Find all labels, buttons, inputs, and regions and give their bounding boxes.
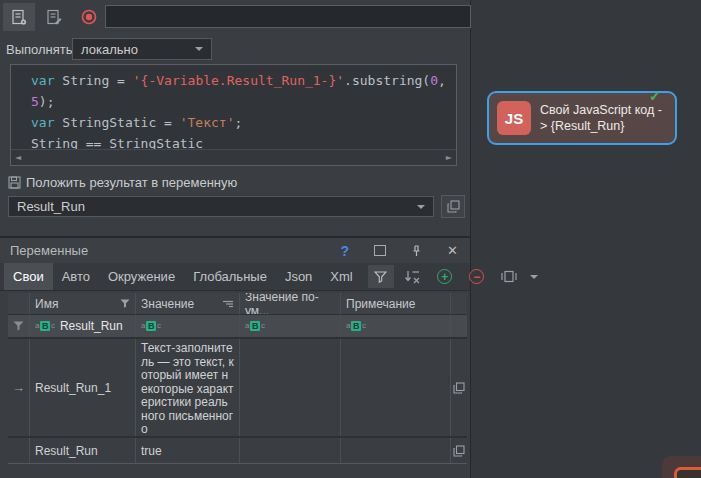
run-mode-value: локально xyxy=(81,42,138,57)
run-mode-label: Выполнять xyxy=(6,42,73,57)
cell-note[interactable] xyxy=(341,438,451,463)
column-header-label: Примечание xyxy=(346,297,415,311)
edit-script-button[interactable] xyxy=(38,3,70,31)
cell-default[interactable] xyxy=(240,339,341,436)
filter-funnel-icon[interactable] xyxy=(120,299,130,308)
code-token: 0 xyxy=(430,73,438,88)
result-variable-dropdown[interactable]: Result_Run xyxy=(8,196,434,217)
filter-note-cell[interactable]: aBc xyxy=(341,315,451,337)
more-tools-icon[interactable] xyxy=(530,275,538,279)
result-variable-value: Result_Run xyxy=(17,199,85,214)
table-row[interactable]: → Result_Run_1 Текст-заполнитель — это т… xyxy=(8,339,467,438)
match-case-icon[interactable]: aBc xyxy=(141,321,161,331)
run-mode-dropdown[interactable]: локально xyxy=(72,38,212,60)
filter-button[interactable] xyxy=(368,265,394,288)
save-result-row: Положить результат в переменную xyxy=(8,175,237,190)
help-icon[interactable]: ? xyxy=(341,243,350,259)
code-line: var StringStatic = 'Текст'; xyxy=(31,112,456,133)
copy-icon xyxy=(453,382,465,394)
variables-title-bar: Переменные ? ✕ xyxy=(0,238,470,263)
record-icon xyxy=(81,9,97,25)
tab-xml[interactable]: Xml xyxy=(321,263,361,290)
app-window: Выполнять локально var String = '{-Varia… xyxy=(0,0,701,478)
partial-node[interactable] xyxy=(662,456,701,478)
variable-name: Result_Run xyxy=(35,444,98,458)
match-case-icon[interactable]: aBc xyxy=(245,321,265,331)
row-gutter: → xyxy=(8,339,30,436)
column-chooser-button[interactable] xyxy=(496,265,522,288)
pin-icon[interactable] xyxy=(411,245,422,257)
save-result-label: Положить результат в переменную xyxy=(26,175,237,190)
code-token: ' xyxy=(336,73,344,88)
cell-value[interactable]: true xyxy=(136,438,240,463)
tab-globalnye[interactable]: Глобальные xyxy=(184,263,276,290)
filter-name-cell[interactable]: aBc Result_Run xyxy=(30,315,136,337)
code-token: ; xyxy=(235,115,243,130)
chevron-down-icon xyxy=(195,47,203,51)
variable-value: true xyxy=(141,444,162,458)
code-token: String = xyxy=(62,73,132,88)
code-token: , xyxy=(438,73,446,88)
tab-avto[interactable]: Авто xyxy=(53,263,99,290)
add-variable-button[interactable]: + xyxy=(432,265,458,288)
variables-table: Имя Значение Значение по-ум... Примечани… xyxy=(8,293,467,464)
column-header-note[interactable]: Примечание xyxy=(341,293,451,314)
row-gutter xyxy=(8,438,30,463)
header-gutter xyxy=(8,293,30,314)
close-icon[interactable]: ✕ xyxy=(447,243,458,258)
copy-icon xyxy=(447,200,460,213)
script-settings-button[interactable] xyxy=(3,3,35,31)
variables-panel-title: Переменные xyxy=(10,243,88,258)
filter-row-gutter xyxy=(8,315,30,337)
toolbar-input[interactable] xyxy=(105,5,471,28)
table-header-row: Имя Значение Значение по-ум... Примечани… xyxy=(8,293,467,315)
copy-variable-button[interactable] xyxy=(441,195,465,218)
match-case-icon[interactable]: aBc xyxy=(35,321,55,331)
code-editor[interactable]: var String = '{-Variable.Result_Run_1-}'… xyxy=(10,64,457,166)
filter-copy-cell xyxy=(451,315,467,337)
code-token: 5 xyxy=(31,94,39,109)
chevron-down-icon xyxy=(417,205,425,209)
tab-svoi[interactable]: Свои xyxy=(4,263,53,290)
cell-value[interactable]: Текст-заполнитель — это текст, который и… xyxy=(136,339,240,436)
code-token: ); xyxy=(39,94,55,109)
sort-icon[interactable] xyxy=(223,300,234,308)
minus-circle-icon: − xyxy=(469,269,484,284)
filter-default-cell[interactable]: aBc xyxy=(240,315,341,337)
code-line: var String = '{-Variable.Result_Run_1-}'… xyxy=(31,70,456,112)
filter-row: aBc Result_Run aBc aBc aBc xyxy=(8,315,467,339)
code-token: var xyxy=(31,115,62,130)
record-button[interactable] xyxy=(73,3,105,31)
filter-funnel-icon xyxy=(13,321,24,331)
document-gear-icon xyxy=(11,9,28,26)
tab-okruzhenie[interactable]: Окружение xyxy=(99,263,184,290)
column-header-value[interactable]: Значение xyxy=(136,293,240,314)
action-editor-panel: Выполнять локально var String = '{-Varia… xyxy=(0,0,471,478)
cell-note[interactable] xyxy=(341,339,451,436)
column-header-default[interactable]: Значение по-ум... xyxy=(240,293,341,314)
scroll-right-icon[interactable]: ► xyxy=(446,147,452,166)
maximize-icon[interactable] xyxy=(374,245,386,256)
match-case-icon[interactable]: aBc xyxy=(346,321,366,331)
cell-default[interactable] xyxy=(240,438,341,463)
remove-variable-button[interactable]: − xyxy=(464,265,490,288)
variable-value: Текст-заполнитель — это текст, который и… xyxy=(141,342,234,436)
scroll-left-icon[interactable]: ◄ xyxy=(15,147,21,166)
cell-name[interactable]: Result_Run xyxy=(30,438,136,463)
column-header-name[interactable]: Имя xyxy=(30,293,136,314)
cell-name[interactable]: Result_Run_1 xyxy=(30,339,136,436)
column-header-label: Значение по-ум... xyxy=(245,293,335,314)
clear-sort-button[interactable] xyxy=(400,265,426,288)
table-row[interactable]: Result_Run true xyxy=(8,438,467,464)
document-pencil-icon xyxy=(46,9,63,26)
filter-value-cell[interactable]: aBc xyxy=(136,315,240,337)
js-node-title: Свой JavaScript код -> {Result_Run} xyxy=(540,102,667,134)
tab-json[interactable]: Json xyxy=(276,263,321,290)
horizontal-scrollbar[interactable]: ◄ ► xyxy=(11,149,456,165)
row-copy-button[interactable] xyxy=(451,339,467,436)
variable-name: Result_Run_1 xyxy=(35,381,111,395)
copy-icon xyxy=(453,445,465,457)
column-header-label: Имя xyxy=(35,297,58,311)
code-token: .substring( xyxy=(344,73,430,88)
row-copy-button[interactable] xyxy=(451,438,467,463)
